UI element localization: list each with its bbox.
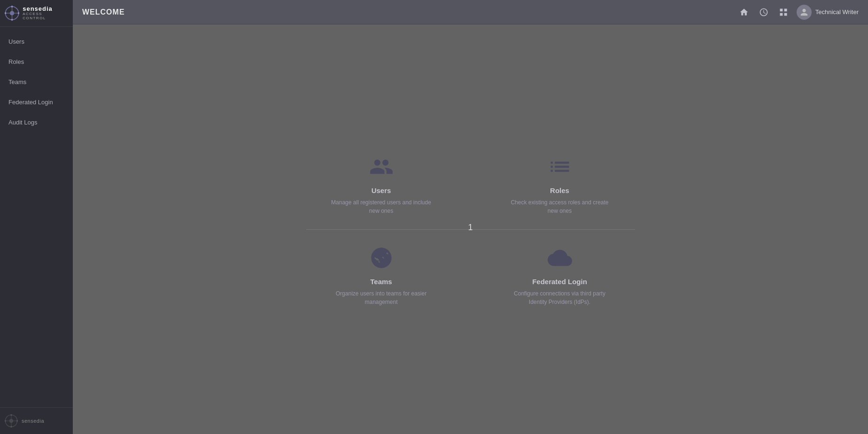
roles-icon <box>546 153 574 181</box>
sidebar-navigation: Users Roles Teams Federated Login Audit … <box>0 27 73 407</box>
card-teams-desc: Organize users into teams for easier man… <box>330 289 433 306</box>
card-teams-title: Teams <box>370 278 392 286</box>
svg-point-16 <box>374 253 380 258</box>
topbar-actions: Technical Writer <box>737 5 859 20</box>
card-federated-login-desc: Configure connections via third party Id… <box>508 289 612 306</box>
svg-point-4 <box>11 6 13 8</box>
sensedia-logo-icon <box>5 6 19 21</box>
clock-icon[interactable] <box>757 6 770 19</box>
sidebar-footer: sensedia <box>0 407 73 434</box>
svg-point-13 <box>10 426 12 427</box>
svg-point-15 <box>16 420 18 422</box>
user-name: Technical Writer <box>815 8 859 16</box>
sidebar-item-audit-logs[interactable]: Audit Logs <box>0 112 73 132</box>
card-users-desc: Manage all registered users and include … <box>330 198 433 215</box>
svg-point-7 <box>18 12 20 14</box>
brand-subtitle: ACCESS CONTROL <box>23 12 66 21</box>
row-separator: 1 <box>306 229 635 230</box>
main-content: WELCOME <box>73 0 868 434</box>
page-title: WELCOME <box>82 8 125 16</box>
sidebar-logo: sensedia ACCESS CONTROL <box>0 0 73 27</box>
sidebar-item-users[interactable]: Users <box>0 31 73 52</box>
svg-point-14 <box>5 420 6 422</box>
card-federated-login[interactable]: Federated Login Configure connections vi… <box>499 234 621 316</box>
card-users[interactable]: Users Manage all registered users and in… <box>320 143 442 225</box>
avatar <box>797 5 812 20</box>
card-roles-desc: Check existing access roles and create n… <box>508 198 612 215</box>
footer-brand-name: sensedia <box>22 418 44 424</box>
svg-point-17 <box>383 253 388 258</box>
sidebar: sensedia ACCESS CONTROL Users Roles Team… <box>0 0 73 434</box>
card-teams[interactable]: Teams Organize users into teams for easi… <box>320 234 442 316</box>
cloud-icon <box>546 244 574 272</box>
user-badge[interactable]: Technical Writer <box>797 5 859 20</box>
card-roles[interactable]: Roles Check existing access roles and cr… <box>499 143 621 225</box>
brand-name: sensedia <box>23 6 66 12</box>
sidebar-item-federated-login[interactable]: Federated Login <box>0 92 73 112</box>
teams-icon <box>367 244 395 272</box>
sidebar-item-roles[interactable]: Roles <box>0 52 73 72</box>
card-federated-login-title: Federated Login <box>532 278 587 286</box>
home-icon[interactable] <box>737 6 751 19</box>
welcome-content: Users Manage all registered users and in… <box>73 24 868 434</box>
svg-point-6 <box>5 12 7 14</box>
svg-point-12 <box>10 414 12 416</box>
sensedia-footer-logo-icon <box>5 414 18 427</box>
svg-point-5 <box>11 19 13 21</box>
grid-icon[interactable] <box>777 6 790 19</box>
separator-badge: 1 <box>468 223 473 232</box>
sidebar-item-teams[interactable]: Teams <box>0 72 73 92</box>
card-roles-title: Roles <box>550 186 569 194</box>
topbar: WELCOME <box>73 0 868 24</box>
users-icon <box>367 153 395 181</box>
card-users-title: Users <box>372 186 391 194</box>
